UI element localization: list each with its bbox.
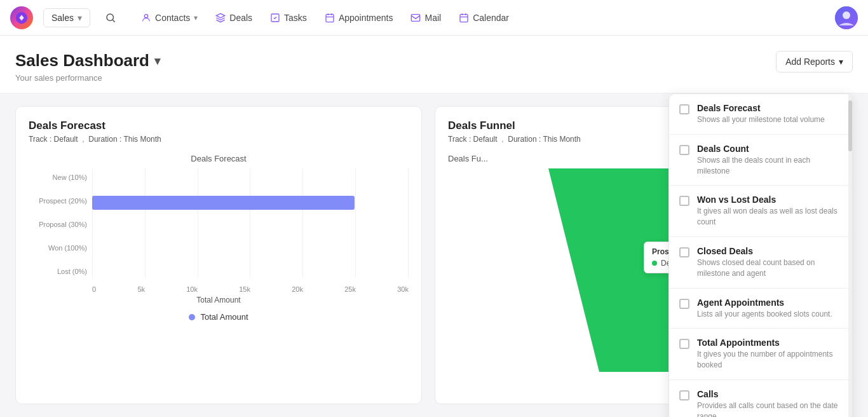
page-title-area: Sales Dashboard ▾ Your sales performance: [15, 51, 160, 83]
y-label-proposal: Proposal (30%): [29, 218, 87, 231]
svg-rect-5: [412, 14, 420, 21]
deals-forecast-title: Deals Forecast: [29, 120, 409, 132]
report-desc-won-vs-lost: It gives all won deals as well as lost d…: [697, 206, 842, 228]
y-axis: New (10%) Prospect (20%) Proposal (30%) …: [29, 168, 92, 293]
page-subtitle: Your sales performance: [15, 73, 160, 83]
chart-legend: Total Amount: [29, 312, 409, 322]
add-reports-label: Add Reports: [785, 57, 835, 67]
report-item-agent-appointments[interactable]: Agent Appointments Lists all your agents…: [669, 289, 852, 329]
report-checkbox-deals-forecast[interactable]: [679, 104, 689, 114]
report-checkbox-closed-deals[interactable]: [679, 247, 689, 257]
bar-chart-container: Deals Forecast New (10%) Prospect (20%) …: [29, 154, 409, 322]
legend-label: Total Amount: [200, 312, 248, 322]
report-item-total-appointments[interactable]: Total Appointments It gives you the numb…: [669, 329, 852, 380]
report-name-deals-forecast: Deals Forecast: [697, 103, 825, 113]
x-axis: 0 5k 10k 15k 20k 25k 30k: [92, 283, 409, 293]
bar-row-lost: [92, 260, 409, 283]
bars-area: [92, 168, 409, 283]
report-item-won-vs-lost[interactable]: Won vs Lost Deals It gives all won deals…: [669, 186, 852, 237]
svg-rect-4: [326, 14, 334, 22]
nav-mail[interactable]: Mail: [403, 8, 449, 28]
report-info-calls: Calls Provides all calls count based on …: [697, 389, 842, 417]
report-info-total-appointments: Total Appointments It gives you the numb…: [697, 338, 842, 371]
report-name-closed-deals: Closed Deals: [697, 246, 842, 256]
report-desc-closed-deals: Shows closed deal count based on milesto…: [697, 257, 842, 279]
report-item-deals-forecast[interactable]: Deals Forecast Shows all your milestone …: [669, 94, 852, 135]
page-header: Sales Dashboard ▾ Your sales performance…: [0, 36, 868, 93]
track-label: Track : Default: [29, 135, 78, 144]
y-label-won: Won (100%): [29, 242, 87, 254]
report-desc-deals-forecast: Shows all your milestone total volume: [697, 114, 825, 125]
page: Sales Dashboard ▾ Your sales performance…: [0, 36, 868, 417]
nav-appointments[interactable]: Appointments: [317, 8, 401, 28]
bar-prospect: [92, 196, 355, 210]
chevron-down-icon: ▾: [78, 13, 82, 23]
report-name-agent-appointments: Agent Appointments: [697, 297, 832, 308]
nav-mail-label: Mail: [424, 13, 441, 23]
bar-row-won: [92, 237, 409, 260]
title-chevron-icon[interactable]: ▾: [154, 54, 160, 68]
report-item-calls[interactable]: Calls Provides all calls count based on …: [669, 380, 852, 417]
x-label-20k: 20k: [292, 285, 303, 293]
duration-label: Duration : This Month: [88, 135, 161, 144]
bar-row-prospect: [92, 191, 409, 214]
y-label-prospect: Prospect (20%): [29, 195, 87, 207]
funnel-duration-label: Duration : This Month: [508, 135, 581, 144]
nav-items: Contacts ▾ Deals Tasks Appointments Mail…: [133, 8, 517, 28]
report-item-closed-deals[interactable]: Closed Deals Shows closed deal count bas…: [669, 237, 852, 289]
workspace-label: Sales: [51, 13, 74, 23]
chevron-down-icon: ▾: [194, 13, 198, 22]
y-label-new: New (10%): [29, 171, 87, 184]
report-desc-agent-appointments: Lists all your agents booked slots count…: [697, 309, 832, 320]
main-content: Deals Forecast Track : Default , Duratio…: [0, 93, 868, 417]
x-label-0: 0: [92, 285, 96, 293]
nav-calendar-label: Calendar: [473, 13, 509, 23]
scrollbar-track[interactable]: [848, 94, 852, 417]
report-info-won-vs-lost: Won vs Lost Deals It gives all won deals…: [697, 195, 842, 228]
bar-row-proposal: [92, 214, 409, 237]
report-name-deals-count: Deals Count: [697, 144, 842, 154]
deals-forecast-card: Deals Forecast Track : Default , Duratio…: [15, 106, 422, 404]
user-avatar[interactable]: [835, 6, 858, 29]
report-item-deals-count[interactable]: Deals Count Shows all the deals count in…: [669, 135, 852, 186]
report-info-agent-appointments: Agent Appointments Lists all your agents…: [697, 297, 832, 320]
nav-deals-label: Deals: [229, 13, 252, 23]
nav-contacts[interactable]: Contacts ▾: [133, 8, 205, 28]
report-checkbox-calls[interactable]: [679, 390, 689, 400]
report-name-total-appointments: Total Appointments: [697, 338, 842, 348]
nav-calendar[interactable]: Calendar: [451, 8, 517, 28]
report-desc-total-appointments: It gives you the number of appointments …: [697, 349, 842, 371]
page-title: Sales Dashboard ▾: [15, 51, 160, 71]
bar-chart-title: Deals Forecast: [29, 154, 409, 163]
report-info-deals-count: Deals Count Shows all the deals count in…: [697, 144, 842, 177]
deals-forecast-subtitle: Track : Default , Duration : This Month: [29, 135, 409, 144]
report-info-deals-forecast: Deals Forecast Shows all your milestone …: [697, 103, 825, 125]
x-label-25k: 25k: [344, 285, 356, 293]
x-label-5k: 5k: [137, 285, 145, 293]
report-desc-deals-count: Shows all the deals count in each milest…: [697, 155, 842, 177]
nav-deals[interactable]: Deals: [208, 8, 260, 28]
chart-plot-area: 0 5k 10k 15k 20k 25k 30k: [92, 168, 409, 293]
x-label-10k: 10k: [186, 285, 198, 293]
scrollbar-thumb: [848, 100, 852, 151]
reports-panel: Deals Forecast Shows all your milestone …: [668, 93, 853, 417]
workspace-selector[interactable]: Sales ▾: [43, 8, 90, 27]
search-button[interactable]: [100, 8, 121, 28]
nav-appointments-label: Appointments: [339, 13, 393, 23]
x-axis-title: Total Amount: [29, 296, 409, 304]
report-desc-calls: Provides all calls count based on the da…: [697, 400, 842, 417]
report-name-calls: Calls: [697, 389, 842, 399]
report-name-won-vs-lost: Won vs Lost Deals: [697, 195, 842, 205]
nav-tasks[interactable]: Tasks: [262, 8, 315, 28]
x-label-15k: 15k: [239, 285, 250, 293]
report-info-closed-deals: Closed Deals Shows closed deal count bas…: [697, 246, 842, 279]
svg-point-1: [107, 14, 114, 21]
report-checkbox-deals-count[interactable]: [679, 145, 689, 155]
add-reports-button[interactable]: Add Reports ▾: [776, 51, 853, 72]
app-logo: [10, 6, 33, 29]
svg-point-2: [144, 14, 147, 17]
funnel-track-label: Track : Default: [448, 135, 498, 144]
report-checkbox-won-vs-lost[interactable]: [679, 196, 689, 206]
report-checkbox-total-appointments[interactable]: [679, 339, 689, 349]
report-checkbox-agent-appointments[interactable]: [679, 299, 689, 309]
